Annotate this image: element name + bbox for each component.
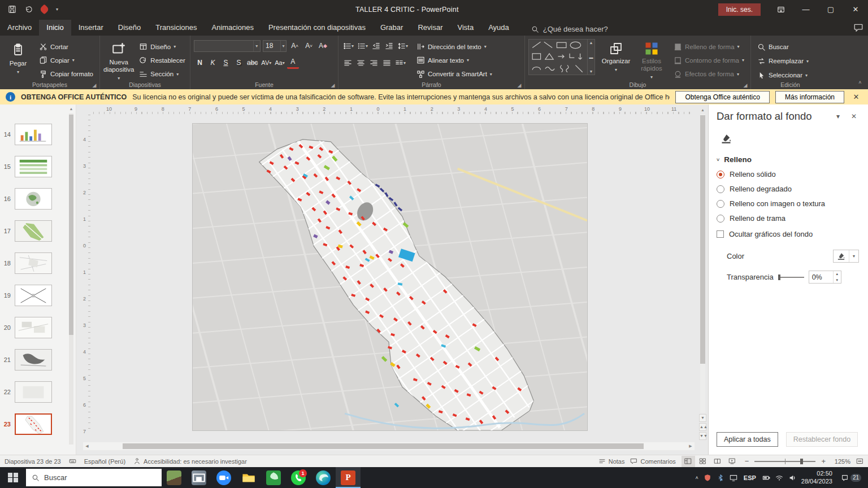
zoom-slider[interactable]	[754, 457, 815, 466]
decrease-indent-button[interactable]	[370, 40, 382, 52]
clear-formatting-button[interactable]: A◆	[317, 40, 329, 52]
slide-thumbnail-image[interactable]	[15, 156, 52, 177]
clock[interactable]: 02:50 28/04/2023	[801, 470, 832, 486]
zoom-percentage[interactable]: 125%	[831, 458, 850, 465]
slideshow-view-button[interactable]	[726, 456, 739, 467]
scroll-right-icon[interactable]: ▶	[687, 442, 695, 450]
font-size-input[interactable]	[263, 42, 280, 50]
section-button[interactable]: Sección▾	[136, 68, 188, 80]
transparency-decrease-icon[interactable]: ▼	[834, 277, 841, 284]
find-button[interactable]: Buscar	[754, 41, 826, 53]
ribbon-display-options-icon[interactable]	[769, 0, 793, 19]
shapes-gallery-scrollbar[interactable]: ▲▬▼	[587, 40, 594, 75]
fill-tab[interactable]	[718, 130, 735, 146]
align-right-button[interactable]	[368, 57, 380, 69]
slide-thumbnail-image[interactable]	[15, 124, 52, 145]
slide-thumbnail-18[interactable]: 18	[0, 247, 67, 279]
replace-button[interactable]: Reemplazar▾	[754, 55, 826, 67]
font-name-input[interactable]	[194, 42, 253, 50]
slide-thumbnail-image[interactable]	[15, 349, 52, 371]
slide-thumbnail-17[interactable]: 17	[0, 215, 67, 247]
tab-insertar[interactable]: Insertar	[71, 20, 111, 36]
scroll-down-icon[interactable]: ▼	[699, 414, 706, 422]
feedback-icon[interactable]	[853, 23, 863, 33]
get-genuine-office-button[interactable]: Obtenga Office auténtico	[675, 91, 770, 103]
tab-revisar[interactable]: Revisar	[410, 20, 450, 36]
color-dropdown-icon[interactable]: ▾	[849, 250, 858, 262]
shape-fill-button[interactable]: Relleno de forma▾	[671, 41, 747, 53]
fill-option-relleno-s-lido[interactable]: Relleno sólido	[717, 170, 859, 178]
slide-editing-surface[interactable]	[192, 123, 588, 431]
input-language[interactable]: ESP	[743, 474, 757, 481]
transparency-increase-icon[interactable]: ▲	[834, 271, 841, 277]
hide-background-graphics-checkbox[interactable]: Ocultar gráficos del fondo	[717, 230, 859, 238]
drawing-dialog-launcher-icon[interactable]: ◢	[743, 82, 748, 88]
wifi-icon[interactable]	[775, 474, 783, 482]
numbering-button[interactable]: ▾	[356, 40, 369, 52]
justify-button[interactable]	[381, 57, 393, 69]
warning-close-icon[interactable]: ✕	[850, 93, 862, 101]
slide-thumbnail-image[interactable]	[15, 381, 52, 403]
bluetooth-icon[interactable]	[717, 474, 724, 482]
scroll-left-icon[interactable]: ◀	[83, 442, 91, 450]
tab-transiciones[interactable]: Transiciones	[148, 20, 204, 36]
font-dialog-launcher-icon[interactable]: ◢	[330, 82, 336, 88]
text-shadow-button[interactable]: S	[233, 57, 245, 69]
underline-button[interactable]: S	[220, 57, 232, 69]
undo-icon[interactable]	[24, 5, 33, 14]
volume-icon[interactable]	[788, 474, 796, 482]
tab-inicio[interactable]: Inicio	[39, 20, 71, 36]
collapse-ribbon-icon[interactable]: ˄	[856, 80, 865, 88]
fill-option-relleno-degradado[interactable]: Relleno degradado	[717, 185, 859, 193]
close-button[interactable]: ✕	[843, 0, 868, 19]
draw-icon[interactable]	[39, 4, 49, 14]
minimize-button[interactable]: —	[793, 0, 818, 19]
cut-button[interactable]: Cortar	[36, 41, 96, 53]
horizontal-scrollbar[interactable]: ◀ ▶	[83, 442, 695, 450]
accessibility-status[interactable]: Accesibilidad: es necesario investigar	[133, 457, 247, 465]
vertical-scroll-thumb[interactable]	[700, 115, 705, 364]
vertical-ruler[interactable]: 432101234567	[82, 115, 90, 430]
zoom-in-icon[interactable]: +	[821, 457, 826, 465]
taskbar-search[interactable]: Buscar	[26, 469, 162, 486]
thumbnail-scrollbar[interactable]: ▲	[68, 106, 75, 452]
fill-option-relleno-de-trama[interactable]: Relleno de trama	[717, 214, 859, 223]
taskbar-app-powerpoint[interactable]: P	[336, 467, 361, 488]
font-name-dropdown-icon[interactable]: ▾	[253, 41, 261, 51]
columns-button[interactable]: ▾	[394, 57, 407, 69]
display-icon[interactable]	[730, 474, 737, 482]
normal-view-button[interactable]	[682, 456, 695, 467]
zoom-out-icon[interactable]: −	[745, 457, 749, 465]
font-name-combo[interactable]: ▾	[194, 40, 261, 52]
panel-close-icon[interactable]: ✕	[849, 112, 859, 120]
notes-button[interactable]: Notas	[598, 457, 625, 465]
tab-presentaci-n-con-diapositivas[interactable]: Presentación con diapositivas	[261, 20, 373, 36]
bold-button[interactable]: N	[194, 57, 206, 69]
apply-to-all-button[interactable]: Aplicar a todas	[717, 432, 778, 447]
panel-options-chevron-icon[interactable]: ▾	[833, 112, 843, 120]
security-shield-icon[interactable]	[704, 474, 711, 482]
tab-animaciones[interactable]: Animaciones	[204, 20, 261, 36]
select-button[interactable]: Seleccionar▾	[754, 69, 826, 81]
slide-thumbnail-image[interactable]	[15, 220, 52, 242]
change-case-button[interactable]: Aa▾	[274, 57, 285, 69]
tab-vista[interactable]: Vista	[450, 20, 481, 36]
taskbar-app-edge[interactable]	[311, 467, 336, 488]
language-status[interactable]: Español (Perú)	[84, 458, 125, 465]
shrink-font-button[interactable]: A˅	[303, 40, 315, 52]
taskbar-app-task-view[interactable]	[186, 467, 211, 488]
align-center-button[interactable]	[355, 57, 367, 69]
italic-button[interactable]: K	[207, 57, 219, 69]
color-picker-button[interactable]: ▾	[833, 250, 859, 263]
quick-styles-button[interactable]: Estilos rápidos▾	[637, 39, 666, 80]
slide-sorter-view-button[interactable]	[696, 456, 710, 467]
fit-slide-icon[interactable]	[856, 457, 863, 465]
action-center-button[interactable]: 21	[837, 474, 865, 482]
increase-indent-button[interactable]	[383, 40, 395, 52]
learn-more-button[interactable]: Más información	[775, 91, 844, 103]
vertical-scrollbar[interactable]: ▲	[699, 106, 706, 413]
slide-thumbnail-image[interactable]	[15, 252, 52, 274]
tab-archivo[interactable]: Archivo	[0, 20, 39, 36]
grow-font-button[interactable]: A˄	[289, 40, 301, 52]
taskbar-app-whatsapp[interactable]: 1	[286, 467, 311, 488]
